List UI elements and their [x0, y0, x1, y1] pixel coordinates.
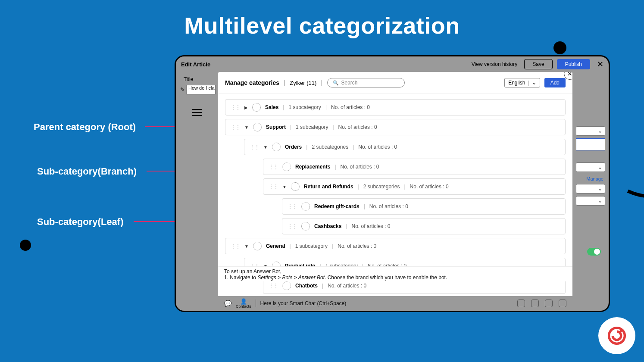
search-input[interactable]: 🔍 Search	[327, 78, 405, 87]
title-field-label: Title	[184, 76, 216, 82]
drag-handle-icon[interactable]: ⋮⋮	[269, 184, 278, 190]
article-title-input[interactable]: How do I cla	[186, 85, 216, 94]
category-icon	[272, 143, 281, 151]
app-window: Edit Article View version history Save P…	[175, 55, 610, 312]
category-icon	[301, 222, 310, 231]
contacts-icon[interactable]: 👤	[240, 299, 247, 304]
drag-handle-icon[interactable]: ⋮⋮	[269, 283, 278, 289]
article-count: No. of articles : 0	[338, 124, 377, 130]
category-name: General	[266, 243, 285, 249]
toggle-switch[interactable]	[587, 248, 601, 256]
chevron-down-icon[interactable]	[282, 184, 287, 189]
more-icon[interactable]	[559, 300, 566, 307]
drag-handle-icon[interactable]: ⋮⋮	[231, 124, 240, 130]
category-icon	[282, 162, 291, 171]
chevron-right-icon[interactable]	[244, 105, 248, 110]
category-icon	[282, 281, 291, 290]
editor-left-column: Title ✎ How do I cla	[176, 72, 218, 311]
add-category-button[interactable]: Add	[544, 78, 566, 87]
publish-button[interactable]: Publish	[557, 59, 590, 69]
category-name: Return and Refunds	[304, 184, 353, 190]
article-count: No. of articles : 0	[341, 164, 379, 170]
property-select-4[interactable]	[576, 196, 605, 206]
article-count: No. of articles : 0	[338, 243, 376, 249]
category-row[interactable]: ⋮⋮Sales|1 subcategory|No. of articles : …	[225, 99, 566, 115]
category-name: Redeem gift-cards	[314, 203, 360, 209]
panel-title: Manage categories	[225, 79, 279, 86]
category-name: Sales	[265, 104, 278, 110]
category-icon	[301, 202, 310, 211]
chevron-down-icon[interactable]	[244, 125, 249, 130]
brand-badge	[598, 317, 635, 354]
language-select[interactable]: English|⌄	[504, 78, 540, 87]
category-row[interactable]: ⋮⋮Return and Refunds|2 subcategories|No.…	[263, 178, 566, 195]
subcategory-count: 1 subcategory	[296, 124, 328, 130]
callout-leaf: Sub-category(Leaf)	[37, 216, 123, 228]
category-row[interactable]: ⋮⋮Redeem gift-cards|No. of articles : 0	[282, 198, 566, 215]
language-label: English	[508, 80, 525, 86]
manage-categories-panel: ✕ Manage categories | Zylker (11) | 🔍 Se…	[218, 72, 572, 296]
article-count: No. of articles : 0	[331, 104, 370, 110]
property-select-1[interactable]	[576, 126, 605, 136]
smart-chat-hint: Here is your Smart Chat (Ctrl+Space)	[260, 300, 347, 306]
help-icon[interactable]	[517, 300, 525, 307]
decorative-dot	[553, 41, 566, 54]
callout-root: Parent category (Root)	[34, 122, 136, 133]
category-row[interactable]: ⋮⋮General|1 subcategory|No. of articles …	[225, 238, 566, 254]
bottom-instructions: To set up an Answer Bot, 1. Navigate to …	[218, 266, 572, 281]
drag-handle-icon[interactable]: ⋮⋮	[231, 243, 240, 249]
category-icon	[252, 103, 261, 112]
drag-handle-icon[interactable]: ⋮⋮	[250, 144, 259, 150]
save-button[interactable]: Save	[524, 59, 552, 69]
slide-title: Multilevel categorization	[0, 12, 644, 39]
subcategory-count: 2 subcategories	[363, 184, 400, 190]
category-name: Support	[266, 124, 286, 130]
manage-link[interactable]: Manage	[572, 175, 609, 181]
chevron-down-icon[interactable]	[263, 145, 268, 150]
shield-icon[interactable]	[545, 300, 553, 307]
drag-handle-icon[interactable]: ⋮⋮	[288, 223, 297, 229]
property-select-2[interactable]	[576, 162, 605, 172]
subcategory-count: 1 subcategory	[288, 104, 321, 110]
category-name: Cashbacks	[314, 223, 341, 229]
property-input[interactable]	[576, 138, 605, 150]
drag-handle-icon[interactable]: ⋮⋮	[269, 164, 278, 170]
bottom-bar: 💬 👤 Contacts Here is your Smart Chat (Ct…	[218, 296, 572, 311]
category-name: Orders	[285, 144, 302, 150]
category-icon	[291, 182, 300, 191]
properties-pane: Manage	[572, 72, 609, 311]
wand-icon[interactable]: ✎	[180, 87, 184, 93]
article-count: No. of articles : 0	[358, 144, 397, 150]
chevron-down-icon: ⌄	[532, 80, 536, 86]
category-row[interactable]: ⋮⋮Cashbacks|No. of articles : 0	[282, 218, 566, 234]
category-name: Replacements	[295, 164, 330, 170]
article-count: No. of articles : 0	[369, 203, 408, 209]
category-row[interactable]: ⋮⋮Replacements|No. of articles : 0	[263, 159, 566, 175]
window-title: Edit Article	[181, 61, 210, 68]
hamburger-icon[interactable]	[192, 109, 202, 116]
article-count: No. of articles : 0	[352, 223, 391, 229]
decorative-dot	[20, 240, 31, 251]
version-history-link[interactable]: View version history	[472, 61, 518, 67]
people-icon[interactable]	[531, 300, 539, 307]
close-icon[interactable]: ✕	[597, 60, 603, 68]
category-row[interactable]: ⋮⋮Orders|2 subcategories|No. of articles…	[244, 139, 566, 155]
category-icon	[253, 242, 262, 250]
category-name: Chatbots	[295, 283, 318, 289]
drag-handle-icon[interactable]: ⋮⋮	[288, 203, 297, 209]
category-row[interactable]: ⋮⋮Support|1 subcategory|No. of articles …	[225, 119, 566, 135]
category-icon	[253, 123, 262, 131]
property-select-3[interactable]	[576, 184, 605, 193]
search-placeholder: Search	[341, 80, 358, 86]
chat-icon[interactable]: 💬	[224, 300, 231, 307]
brand-crumb[interactable]: Zylker (11)	[290, 80, 316, 86]
callout-branch: Sub-category(Branch)	[37, 166, 137, 177]
drag-handle-icon[interactable]: ⋮⋮	[231, 104, 240, 110]
article-count: No. of articles : 0	[328, 283, 366, 289]
article-count: No. of articles : 0	[410, 184, 449, 190]
subcategory-count: 1 subcategory	[295, 243, 328, 249]
window-titlebar: Edit Article View version history Save P…	[176, 56, 609, 72]
chevron-down-icon[interactable]	[244, 244, 249, 249]
search-icon: 🔍	[333, 80, 339, 86]
subcategory-count: 2 subcategories	[312, 144, 348, 150]
